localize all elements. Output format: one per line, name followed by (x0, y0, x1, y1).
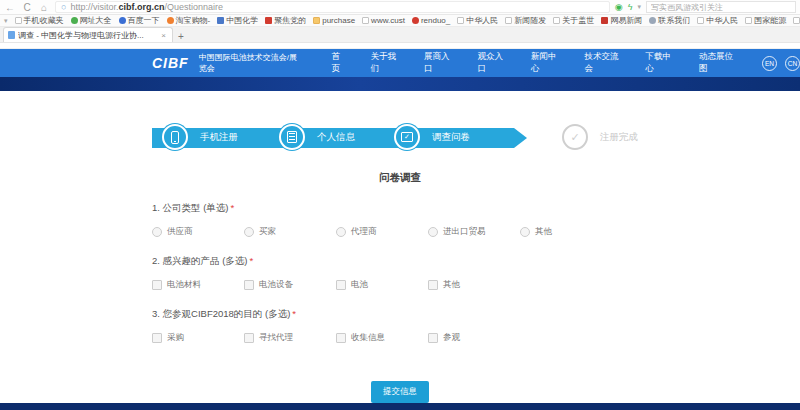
folder-icon (313, 17, 320, 24)
bookmark-item[interactable]: 联系我们 (649, 15, 690, 26)
home-icon[interactable]: ⌂ (38, 0, 50, 15)
bookmark-item[interactable]: 淘宝购物- (167, 15, 211, 26)
close-icon[interactable]: × (159, 31, 168, 40)
checkbox-icon[interactable] (244, 280, 254, 290)
nav-item-about[interactable]: 关于我们 (370, 51, 400, 75)
required-mark: * (292, 308, 296, 319)
bookmark-item[interactable]: 聚焦党的 (265, 15, 306, 26)
radio-option-import-export[interactable]: 进出口贸易 (428, 226, 520, 238)
page-favicon (745, 17, 752, 24)
bookmark-label: 手机收藏夹 (24, 15, 64, 26)
nav-item-download[interactable]: 下载中心 (646, 51, 676, 75)
radio-icon[interactable] (244, 227, 254, 237)
security-icon[interactable]: ◉ (615, 2, 623, 12)
chevron-down-icon[interactable]: ▾ (637, 3, 641, 11)
address-bar[interactable]: ○ http://visitor.cibf.org.cn/Questionnai… (55, 1, 610, 13)
bookmark-label: 聚焦党的 (274, 15, 306, 26)
checkbox-option-other[interactable]: 其他 (428, 279, 520, 291)
checkbox-option-materials[interactable]: 电池材料 (152, 279, 244, 291)
checkbox-option-battery[interactable]: 电池 (336, 279, 428, 291)
radio-option-other[interactable]: 其他 (520, 226, 612, 238)
checkbox-option-procurement[interactable]: 采购 (152, 332, 244, 344)
radio-icon[interactable] (152, 227, 162, 237)
survey-icon: ✓ (401, 132, 413, 142)
nav-item-news[interactable]: 新闻中心 (531, 51, 561, 75)
bookmark-item[interactable]: 国家能源 (745, 15, 786, 26)
back-icon[interactable]: ← (4, 0, 16, 15)
checkbox-icon[interactable] (428, 280, 438, 290)
bookmark-item[interactable]: 新闻随发 (505, 15, 546, 26)
bookmark-item[interactable]: 中华人民 (457, 15, 498, 26)
bookmark-item[interactable]: purchase (313, 16, 355, 25)
checkbox-option-equipment[interactable]: 电池设备 (244, 279, 336, 291)
document-icon (287, 131, 297, 143)
new-tab-button[interactable]: + (173, 31, 189, 42)
bookmark-label: www.cust (371, 16, 405, 25)
browser-address-row: ← C ⌂ ○ http://visitor.cibf.org.cn/Quest… (0, 0, 800, 15)
checkbox-icon[interactable] (152, 280, 162, 290)
site-favicon (217, 17, 224, 24)
step-phone-circle (162, 124, 188, 150)
checkbox-option-find-agent[interactable]: 寻找代理 (244, 332, 336, 344)
checkbox-icon[interactable] (152, 333, 162, 343)
bookmark-item[interactable]: www.cust (362, 16, 405, 25)
bookmark-item[interactable]: 关于盖世 (553, 15, 594, 26)
question-label: 3. 您参观CIBF2018的目的 (多选)* (152, 308, 800, 321)
bookmark-item[interactable]: 百度一下 (119, 15, 160, 26)
url-prefix: http://visitor. (70, 2, 118, 12)
radio-icon[interactable] (520, 227, 530, 237)
bookmark-label: 新闻随发 (514, 15, 546, 26)
option-label: 代理商 (351, 226, 377, 238)
bookmark-item[interactable]: 中国化学 (217, 15, 258, 26)
nav-item-exhibitor[interactable]: 展商入口 (424, 51, 454, 75)
radio-icon[interactable] (336, 227, 346, 237)
page-favicon (697, 17, 704, 24)
site-favicon (71, 17, 78, 24)
radio-option-supplier[interactable]: 供应商 (152, 226, 244, 238)
step-label-done: 注册完成 (600, 131, 638, 144)
nav-item-floorplan[interactable]: 动态展位图 (699, 51, 736, 75)
nav-menu: 首页 关于我们 展商入口 观众入口 新闻中心 技术交流会 下载中心 动态展位图 (332, 51, 736, 75)
browser-tab[interactable]: 调查 - 中国化学与物理电源行业协... × (3, 27, 173, 42)
checkbox-icon[interactable] (336, 280, 346, 290)
tab-bar: 调查 - 中国化学与物理电源行业协... × + (0, 27, 800, 43)
site-icon: ○ (61, 2, 66, 12)
phone-icon (171, 131, 179, 144)
refresh-icon[interactable]: C (21, 0, 33, 15)
speed-bolt-icon[interactable]: ϟ (628, 2, 633, 12)
question-products: 2. 感兴趣的产品 (多选)* 电池材料 电池设备 电池 其他 (152, 255, 800, 291)
radio-icon[interactable] (428, 227, 438, 237)
bookmarks-caret-icon[interactable]: ▾ (4, 17, 8, 25)
lang-cn-button[interactable]: CN (785, 56, 800, 71)
site-favicon (649, 17, 656, 24)
option-label: 电池设备 (259, 279, 293, 291)
bookmark-item[interactable]: 科学技术 (793, 15, 800, 26)
option-label: 参观 (443, 332, 460, 344)
nav-item-visitor[interactable]: 观众入口 (478, 51, 508, 75)
bookmark-item[interactable]: 中华人民 (697, 15, 738, 26)
checkbox-option-visit[interactable]: 参观 (428, 332, 520, 344)
checkbox-option-collect-info[interactable]: 收集信息 (336, 332, 428, 344)
bookmark-item[interactable]: 网易新闻 (601, 15, 642, 26)
search-input[interactable] (646, 1, 796, 13)
bookmark-item[interactable]: 网址大全 (71, 15, 112, 26)
nav-item-home[interactable]: 首页 (332, 51, 347, 75)
radio-option-buyer[interactable]: 买家 (244, 226, 336, 238)
question-label: 1. 公司类型 (单选)* (152, 202, 800, 215)
bookmark-item[interactable]: renduo_ (412, 16, 450, 25)
step-survey-circle: ✓ (394, 124, 420, 150)
lang-en-button[interactable]: EN (762, 56, 777, 71)
bookmark-item[interactable]: 手机收藏夹 (15, 15, 64, 26)
nav-item-conference[interactable]: 技术交流会 (585, 51, 622, 75)
check-icon: ✓ (562, 124, 588, 150)
url-text[interactable]: http://visitor.cibf.org.cn/Questionnaire (70, 2, 223, 12)
submit-button[interactable]: 提交信息 (371, 381, 429, 403)
option-label: 电池 (351, 279, 368, 291)
checkbox-icon[interactable] (244, 333, 254, 343)
cibf-logo[interactable]: CIBF (152, 55, 189, 71)
checkbox-icon[interactable] (336, 333, 346, 343)
checkbox-icon[interactable] (428, 333, 438, 343)
radio-option-agent[interactable]: 代理商 (336, 226, 428, 238)
site-subtitle: 中国国际电池技术交流会/展览会 (199, 52, 304, 74)
site-favicon (167, 17, 174, 24)
